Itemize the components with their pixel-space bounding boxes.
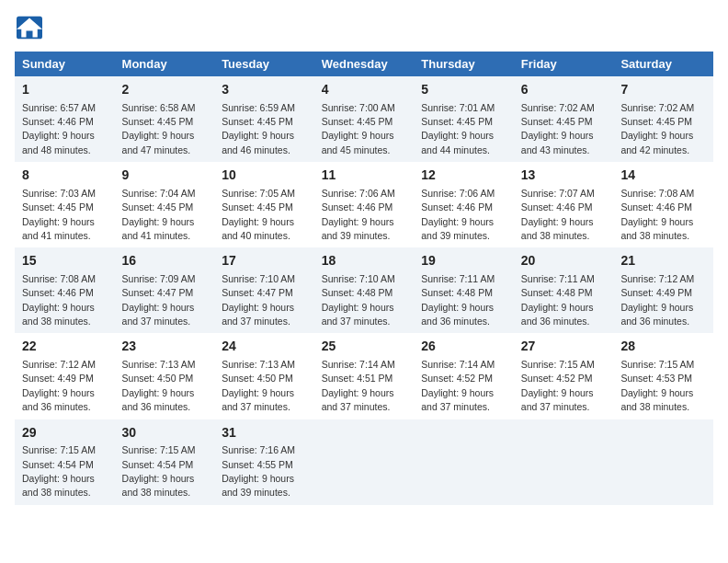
day-number: 20 — [521, 252, 607, 270]
week-row-1: 1Sunrise: 6:57 AMSunset: 4:46 PMDaylight… — [15, 76, 713, 162]
week-row-2: 8Sunrise: 7:03 AMSunset: 4:45 PMDaylight… — [15, 162, 713, 247]
day-cell-2: 2Sunrise: 6:58 AMSunset: 4:45 PMDaylight… — [115, 76, 215, 162]
day-info: Sunrise: 7:16 AMSunset: 4:55 PMDaylight:… — [222, 444, 295, 498]
day-cell-4: 4Sunrise: 7:00 AMSunset: 4:45 PMDaylight… — [314, 76, 415, 162]
empty-cell — [414, 419, 514, 505]
week-row-3: 15Sunrise: 7:08 AMSunset: 4:46 PMDayligh… — [15, 247, 713, 333]
day-number: 30 — [122, 424, 208, 442]
day-number: 12 — [421, 167, 506, 185]
day-cell-30: 30Sunrise: 7:15 AMSunset: 4:54 PMDayligh… — [115, 419, 215, 505]
week-row-5: 29Sunrise: 7:15 AMSunset: 4:54 PMDayligh… — [15, 419, 713, 505]
day-info: Sunrise: 7:05 AMSunset: 4:45 PMDaylight:… — [222, 188, 295, 241]
day-cell-3: 3Sunrise: 6:59 AMSunset: 4:45 PMDaylight… — [214, 76, 314, 162]
day-info: Sunrise: 7:10 AMSunset: 4:48 PMDaylight:… — [322, 273, 395, 327]
day-info: Sunrise: 7:01 AMSunset: 4:45 PMDaylight:… — [421, 102, 495, 155]
day-cell-19: 19Sunrise: 7:11 AMSunset: 4:48 PMDayligh… — [414, 247, 514, 333]
day-number: 18 — [322, 252, 407, 270]
day-number: 5 — [421, 81, 506, 99]
day-number: 16 — [122, 252, 208, 270]
day-cell-14: 14Sunrise: 7:08 AMSunset: 4:46 PMDayligh… — [613, 162, 713, 247]
day-cell-13: 13Sunrise: 7:07 AMSunset: 4:46 PMDayligh… — [514, 162, 614, 247]
day-info: Sunrise: 7:13 AMSunset: 4:50 PMDaylight:… — [122, 359, 196, 412]
day-info: Sunrise: 7:08 AMSunset: 4:46 PMDaylight:… — [22, 273, 96, 327]
header-tuesday: Tuesday — [214, 52, 314, 76]
day-number: 3 — [222, 81, 307, 99]
day-cell-12: 12Sunrise: 7:06 AMSunset: 4:46 PMDayligh… — [414, 162, 514, 247]
day-info: Sunrise: 7:02 AMSunset: 4:45 PMDaylight:… — [521, 102, 595, 155]
day-cell-24: 24Sunrise: 7:13 AMSunset: 4:50 PMDayligh… — [214, 333, 314, 419]
day-cell-20: 20Sunrise: 7:11 AMSunset: 4:48 PMDayligh… — [514, 247, 614, 333]
day-info: Sunrise: 7:11 AMSunset: 4:48 PMDaylight:… — [521, 273, 595, 327]
header-friday: Friday — [514, 52, 614, 76]
logo — [15, 15, 48, 40]
day-cell-8: 8Sunrise: 7:03 AMSunset: 4:45 PMDaylight… — [15, 162, 115, 247]
day-number: 13 — [521, 167, 607, 185]
day-info: Sunrise: 7:13 AMSunset: 4:50 PMDaylight:… — [222, 359, 295, 412]
day-info: Sunrise: 7:11 AMSunset: 4:48 PMDaylight:… — [421, 273, 495, 327]
day-number: 25 — [322, 338, 407, 356]
day-info: Sunrise: 6:58 AMSunset: 4:45 PMDaylight:… — [122, 102, 196, 155]
day-info: Sunrise: 7:12 AMSunset: 4:49 PMDaylight:… — [620, 273, 694, 327]
day-cell-15: 15Sunrise: 7:08 AMSunset: 4:46 PMDayligh… — [15, 247, 115, 333]
day-cell-28: 28Sunrise: 7:15 AMSunset: 4:53 PMDayligh… — [613, 333, 713, 419]
day-info: Sunrise: 7:14 AMSunset: 4:51 PMDaylight:… — [322, 359, 395, 412]
day-cell-22: 22Sunrise: 7:12 AMSunset: 4:49 PMDayligh… — [15, 333, 115, 419]
day-number: 31 — [222, 424, 307, 442]
day-number: 15 — [22, 252, 108, 270]
day-info: Sunrise: 7:15 AMSunset: 4:54 PMDaylight:… — [22, 444, 96, 498]
day-info: Sunrise: 7:00 AMSunset: 4:45 PMDaylight:… — [322, 102, 395, 155]
day-number: 26 — [421, 338, 506, 356]
day-cell-21: 21Sunrise: 7:12 AMSunset: 4:49 PMDayligh… — [613, 247, 713, 333]
day-number: 14 — [620, 167, 706, 185]
day-number: 28 — [620, 338, 706, 356]
day-info: Sunrise: 7:14 AMSunset: 4:52 PMDaylight:… — [421, 359, 495, 412]
week-row-4: 22Sunrise: 7:12 AMSunset: 4:49 PMDayligh… — [15, 333, 713, 419]
day-info: Sunrise: 7:15 AMSunset: 4:54 PMDaylight:… — [122, 444, 196, 498]
day-info: Sunrise: 7:10 AMSunset: 4:47 PMDaylight:… — [222, 273, 295, 327]
day-number: 27 — [521, 338, 607, 356]
day-info: Sunrise: 7:03 AMSunset: 4:45 PMDaylight:… — [22, 188, 96, 241]
header-monday: Monday — [115, 52, 215, 76]
empty-cell — [514, 419, 614, 505]
day-cell-17: 17Sunrise: 7:10 AMSunset: 4:47 PMDayligh… — [214, 247, 314, 333]
calendar-header-row: SundayMondayTuesdayWednesdayThursdayFrid… — [15, 52, 713, 76]
day-number: 6 — [521, 81, 607, 99]
header-saturday: Saturday — [613, 52, 713, 76]
day-cell-6: 6Sunrise: 7:02 AMSunset: 4:45 PMDaylight… — [514, 76, 614, 162]
day-info: Sunrise: 7:15 AMSunset: 4:52 PMDaylight:… — [521, 359, 595, 412]
header-wednesday: Wednesday — [314, 52, 415, 76]
day-cell-5: 5Sunrise: 7:01 AMSunset: 4:45 PMDaylight… — [414, 76, 514, 162]
day-info: Sunrise: 7:09 AMSunset: 4:47 PMDaylight:… — [122, 273, 196, 327]
day-number: 9 — [122, 167, 208, 185]
day-cell-31: 31Sunrise: 7:16 AMSunset: 4:55 PMDayligh… — [214, 419, 314, 505]
day-number: 7 — [620, 81, 706, 99]
day-number: 23 — [122, 338, 208, 356]
day-cell-9: 9Sunrise: 7:04 AMSunset: 4:45 PMDaylight… — [115, 162, 215, 247]
day-cell-23: 23Sunrise: 7:13 AMSunset: 4:50 PMDayligh… — [115, 333, 215, 419]
day-cell-27: 27Sunrise: 7:15 AMSunset: 4:52 PMDayligh… — [514, 333, 614, 419]
day-cell-10: 10Sunrise: 7:05 AMSunset: 4:45 PMDayligh… — [214, 162, 314, 247]
empty-cell — [314, 419, 415, 505]
day-info: Sunrise: 7:12 AMSunset: 4:49 PMDaylight:… — [22, 359, 96, 412]
day-info: Sunrise: 7:08 AMSunset: 4:46 PMDaylight:… — [620, 188, 694, 241]
day-info: Sunrise: 7:06 AMSunset: 4:46 PMDaylight:… — [322, 188, 395, 241]
calendar-table: SundayMondayTuesdayWednesdayThursdayFrid… — [15, 52, 713, 505]
day-number: 17 — [222, 252, 307, 270]
header-thursday: Thursday — [414, 52, 514, 76]
day-number: 1 — [22, 81, 108, 99]
day-cell-7: 7Sunrise: 7:02 AMSunset: 4:45 PMDaylight… — [613, 76, 713, 162]
day-info: Sunrise: 7:04 AMSunset: 4:45 PMDaylight:… — [122, 188, 196, 241]
day-info: Sunrise: 7:06 AMSunset: 4:46 PMDaylight:… — [421, 188, 495, 241]
day-number: 11 — [322, 167, 407, 185]
day-number: 2 — [122, 81, 208, 99]
page-header — [15, 15, 713, 40]
day-info: Sunrise: 7:02 AMSunset: 4:45 PMDaylight:… — [620, 102, 694, 155]
day-number: 10 — [222, 167, 307, 185]
day-number: 22 — [22, 338, 108, 356]
empty-cell — [613, 419, 713, 505]
logo-icon — [15, 15, 44, 40]
day-cell-18: 18Sunrise: 7:10 AMSunset: 4:48 PMDayligh… — [314, 247, 415, 333]
day-cell-1: 1Sunrise: 6:57 AMSunset: 4:46 PMDaylight… — [15, 76, 115, 162]
day-info: Sunrise: 7:15 AMSunset: 4:53 PMDaylight:… — [620, 359, 694, 412]
day-number: 8 — [22, 167, 108, 185]
